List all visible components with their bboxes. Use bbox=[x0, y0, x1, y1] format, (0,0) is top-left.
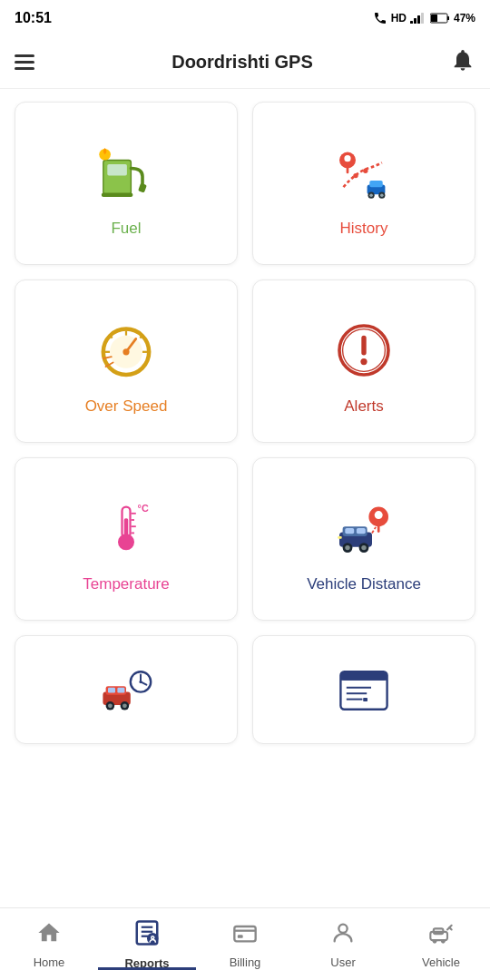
user-icon bbox=[330, 920, 356, 952]
bottom-nav: Home Reports Billing bbox=[0, 907, 490, 980]
phone-icon bbox=[373, 11, 387, 25]
svg-point-50 bbox=[345, 545, 349, 550]
svg-rect-35 bbox=[361, 336, 366, 356]
svg-rect-53 bbox=[338, 536, 342, 539]
fuel-card[interactable]: Fuel bbox=[15, 102, 238, 265]
svg-rect-82 bbox=[238, 935, 243, 938]
svg-point-30 bbox=[122, 348, 129, 355]
temperature-icon: °C bbox=[90, 492, 162, 564]
svg-point-19 bbox=[344, 155, 350, 162]
svg-rect-10 bbox=[138, 183, 147, 193]
terminal-icon bbox=[335, 662, 393, 720]
partial-card-2[interactable] bbox=[252, 635, 475, 744]
svg-rect-8 bbox=[107, 164, 127, 176]
temperature-card[interactable]: °C Temperature bbox=[15, 457, 238, 621]
nav-vehicle-label: Vehicle bbox=[422, 956, 460, 969]
svg-point-36 bbox=[360, 358, 367, 365]
svg-point-39 bbox=[118, 534, 134, 550]
svg-point-20 bbox=[353, 173, 358, 178]
svg-rect-80 bbox=[234, 926, 255, 941]
history-label: History bbox=[340, 220, 388, 238]
nav-reports[interactable]: Reports bbox=[98, 919, 196, 970]
svg-rect-74 bbox=[363, 698, 368, 701]
nav-home-label: Home bbox=[34, 956, 65, 969]
svg-rect-13 bbox=[369, 181, 382, 187]
svg-point-15 bbox=[369, 193, 373, 197]
svg-point-17 bbox=[380, 193, 384, 197]
overspeed-icon bbox=[90, 314, 162, 387]
temperature-label: Temperature bbox=[83, 575, 169, 593]
home-icon bbox=[36, 920, 62, 952]
notification-bell-icon[interactable] bbox=[450, 47, 475, 78]
svg-rect-48 bbox=[357, 528, 366, 534]
nav-user[interactable]: User bbox=[294, 920, 392, 969]
overspeed-card[interactable]: Over Speed bbox=[15, 279, 238, 443]
app-header: Doordrishti GPS bbox=[0, 36, 490, 89]
svg-rect-9 bbox=[102, 193, 132, 198]
billing-icon bbox=[232, 920, 258, 952]
cards-grid: Fuel bbox=[15, 102, 475, 621]
main-content: Fuel bbox=[0, 89, 490, 907]
car-clock-icon bbox=[97, 662, 155, 720]
svg-text:°C: °C bbox=[138, 503, 149, 514]
svg-point-21 bbox=[363, 169, 368, 173]
svg-rect-70 bbox=[340, 676, 387, 681]
battery-icon bbox=[430, 13, 450, 24]
svg-point-55 bbox=[375, 511, 383, 519]
nav-vehicle[interactable]: Vehicle bbox=[392, 920, 490, 969]
status-icons: HD 47% bbox=[373, 11, 475, 25]
svg-rect-5 bbox=[447, 16, 449, 20]
svg-rect-2 bbox=[417, 15, 420, 24]
svg-rect-0 bbox=[410, 21, 413, 24]
svg-point-83 bbox=[338, 924, 347, 932]
vehicledistance-card[interactable]: Vehicle Distance bbox=[252, 457, 475, 621]
vehicle-icon bbox=[428, 920, 454, 952]
alerts-card[interactable]: Alerts bbox=[252, 279, 475, 443]
svg-rect-38 bbox=[124, 518, 129, 536]
battery-pct: 47% bbox=[454, 12, 475, 24]
signal-text: HD bbox=[391, 12, 407, 24]
svg-line-89 bbox=[449, 927, 451, 929]
alerts-icon bbox=[328, 314, 400, 387]
nav-home[interactable]: Home bbox=[0, 920, 98, 969]
nav-billing[interactable]: Billing bbox=[196, 920, 294, 969]
vehicledistance-label: Vehicle Distance bbox=[307, 575, 421, 593]
svg-point-67 bbox=[139, 681, 142, 683]
partial-card-1[interactable] bbox=[15, 635, 238, 744]
fuel-label: Fuel bbox=[111, 220, 141, 238]
overspeed-label: Over Speed bbox=[85, 397, 168, 416]
reports-icon bbox=[133, 919, 161, 953]
svg-point-52 bbox=[361, 545, 366, 550]
history-card[interactable]: History bbox=[252, 102, 475, 265]
svg-point-63 bbox=[122, 703, 127, 708]
active-indicator bbox=[98, 967, 196, 970]
svg-rect-3 bbox=[421, 13, 424, 24]
svg-rect-59 bbox=[117, 688, 124, 693]
svg-point-87 bbox=[441, 939, 446, 944]
signal-bars-icon bbox=[410, 13, 426, 24]
svg-point-61 bbox=[108, 703, 113, 708]
nav-user-label: User bbox=[330, 956, 355, 969]
svg-rect-58 bbox=[108, 688, 115, 693]
svg-rect-6 bbox=[431, 15, 437, 22]
svg-rect-1 bbox=[414, 18, 416, 24]
svg-rect-47 bbox=[345, 528, 354, 534]
alerts-label: Alerts bbox=[344, 397, 383, 416]
vehicledistance-icon bbox=[328, 492, 400, 564]
nav-billing-label: Billing bbox=[230, 956, 261, 969]
status-bar: 10:51 HD 47% bbox=[0, 0, 490, 36]
page-title: Doordrishti GPS bbox=[34, 52, 450, 73]
svg-point-86 bbox=[433, 939, 437, 944]
fuel-icon bbox=[90, 136, 162, 209]
status-time: 10:51 bbox=[15, 10, 52, 26]
history-icon bbox=[328, 136, 400, 209]
partial-cards-row bbox=[15, 635, 475, 744]
hamburger-button[interactable] bbox=[15, 54, 34, 70]
